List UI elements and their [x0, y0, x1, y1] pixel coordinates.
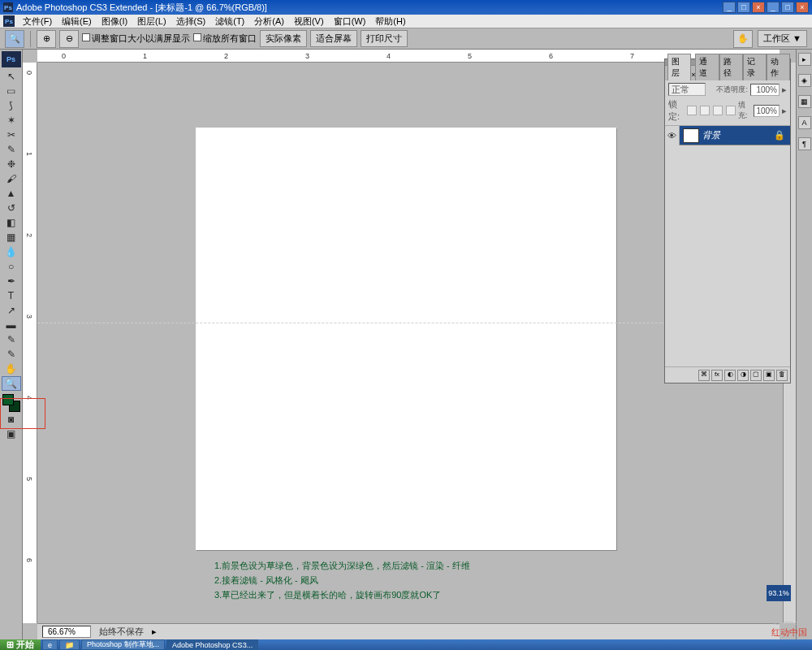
opacity-field[interactable]: 100% [750, 84, 780, 96]
zoom-in-icon[interactable]: ⊕ [37, 30, 56, 48]
hand-icon[interactable]: ✋ [733, 30, 753, 48]
fx-icon[interactable]: fx [711, 370, 723, 381]
brush-tool[interactable]: 🖌 [2, 171, 21, 186]
lock-pixels-icon[interactable] [700, 106, 710, 115]
print-size-button[interactable]: 打印尺寸 [361, 30, 408, 47]
opacity-arrow-icon[interactable]: ▸ [782, 84, 787, 95]
navigator-zoom[interactable]: 93.1% [767, 585, 791, 601]
doc-maximize-button[interactable]: □ [781, 2, 794, 13]
menu-window[interactable]: 窗口(W) [329, 15, 371, 28]
ps-icon: Ps [3, 15, 15, 27]
gradient-tool[interactable]: ▦ [2, 230, 21, 245]
taskbar-folder-icon[interactable]: 📁 [59, 639, 80, 650]
pen-tool[interactable]: ✒ [2, 274, 21, 288]
folder-icon[interactable]: ▢ [750, 370, 762, 381]
hand-tool[interactable]: ✋ [2, 362, 21, 376]
lock-position-icon[interactable] [713, 106, 723, 115]
visibility-icon[interactable]: 👁 [665, 126, 680, 145]
link-icon[interactable]: ⌘ [698, 370, 710, 381]
history-brush-tool[interactable]: ↺ [2, 201, 21, 215]
toolbox: Ps ↖ ▭ ⟆ ✶ ✂ ✎ ❉ 🖌 ▲ ↺ ◧ ▦ 💧 ○ ✒ T ↗ ▬ ✎… [0, 50, 23, 639]
move-tool[interactable]: ↖ [2, 69, 21, 84]
start-button[interactable]: ⊞开始 [0, 639, 41, 650]
doc-minimize-button[interactable]: _ [767, 2, 780, 13]
zoom-field[interactable]: 66.67% [42, 626, 91, 638]
lock-label: 锁定: [668, 98, 685, 123]
menu-layer[interactable]: 图层(L) [132, 15, 171, 28]
actual-pixels-button[interactable]: 实际像素 [260, 30, 307, 47]
taskbar-ie-icon[interactable]: e [42, 639, 58, 650]
maximize-button[interactable]: □ [737, 2, 750, 13]
menu-filter[interactable]: 滤镜(T) [210, 15, 249, 28]
lock-all-icon[interactable] [726, 106, 736, 115]
dock-navigator-icon[interactable]: ◈ [798, 74, 811, 87]
menu-view[interactable]: 视图(V) [289, 15, 329, 28]
menu-image[interactable]: 图像(I) [97, 15, 132, 28]
path-tool[interactable]: ↗ [2, 303, 21, 318]
blend-mode-select[interactable]: 正常 [668, 83, 706, 96]
zoom-out-icon[interactable]: ⊖ [59, 30, 79, 48]
new-layer-icon[interactable]: ▣ [763, 370, 775, 381]
fill-field[interactable]: 100% [754, 105, 780, 117]
opt-zoomall-check[interactable]: 缩放所有窗口 [193, 32, 257, 45]
slice-tool[interactable]: ✎ [2, 142, 21, 157]
dock-color-icon[interactable]: ▦ [798, 95, 811, 108]
healing-tool[interactable]: ❉ [2, 157, 21, 171]
shape-tool[interactable]: ▬ [2, 318, 21, 332]
opacity-label: 不透明度: [716, 84, 748, 95]
zoom-tool-icon[interactable]: 🔍 [5, 30, 24, 48]
marquee-tool[interactable]: ▭ [2, 84, 21, 98]
ruler-vertical[interactable]: 0 1 2 3 4 5 6 [23, 63, 37, 623]
taskbar-item-2[interactable]: Adobe Photoshop CS3... [166, 639, 258, 650]
menu-file[interactable]: 文件(F) [18, 15, 57, 28]
mask-icon[interactable]: ◐ [724, 370, 736, 381]
tab-layers[interactable]: 图层 [667, 54, 691, 80]
lock-transparency-icon[interactable] [687, 106, 697, 115]
tab-channels[interactable]: 通道 [695, 54, 719, 80]
eyedropper-tool[interactable]: ✎ [2, 347, 21, 362]
opt-resize-check[interactable]: 调整窗口大小以满屏显示 [82, 32, 190, 45]
zoom-tool[interactable]: 🔍 [2, 376, 21, 391]
doc-info-arrow[interactable]: ▸ [152, 626, 157, 637]
taskbar: ⊞开始 e 📁 Photoshop 制作草地... Adobe Photosho… [0, 639, 812, 650]
layer-item[interactable]: 👁 背景 🔒 [665, 126, 790, 145]
trash-icon[interactable]: 🗑 [776, 370, 788, 381]
taskbar-item-1[interactable]: Photoshop 制作草地... [81, 639, 165, 650]
canvas[interactable] [196, 128, 616, 550]
tab-history[interactable]: 记录 [743, 54, 767, 80]
notes-tool[interactable]: ✎ [2, 332, 21, 347]
type-tool[interactable]: T [2, 288, 21, 303]
menu-analysis[interactable]: 分析(A) [249, 15, 289, 28]
dodge-tool[interactable]: ○ [2, 259, 21, 274]
toolbox-header[interactable]: Ps [2, 51, 21, 67]
layers-footer: ⌘ fx ◐ ◑ ▢ ▣ 🗑 [665, 366, 790, 383]
doc-close-button[interactable]: × [796, 2, 809, 13]
wand-tool[interactable]: ✶ [2, 113, 21, 128]
layer-thumbnail[interactable] [683, 128, 699, 143]
fill-label: 填充: [738, 100, 751, 121]
panel-tabs: 图层 × 通道 路径 记录 动作 [665, 66, 790, 80]
doc-info: 始终不保存 [99, 626, 144, 638]
workspace-dropdown[interactable]: 工作区 ▼ [758, 30, 807, 47]
layers-panel: 图层 × 通道 路径 记录 动作 正常 不透明度: 100% ▸ 锁定: 填充:… [664, 58, 791, 384]
layer-name: 背景 [702, 129, 720, 141]
tab-actions[interactable]: 动作 [767, 54, 790, 80]
stamp-tool[interactable]: ▲ [2, 186, 21, 201]
fit-screen-button[interactable]: 适合屏幕 [310, 30, 357, 47]
dock-char-icon[interactable]: A [798, 116, 811, 129]
crop-tool[interactable]: ✂ [2, 128, 21, 142]
adjustment-icon[interactable]: ◑ [737, 370, 749, 381]
eraser-tool[interactable]: ◧ [2, 215, 21, 230]
fill-arrow-icon[interactable]: ▸ [782, 106, 787, 116]
menu-help[interactable]: 帮助(H) [370, 15, 410, 28]
menu-select[interactable]: 选择(S) [171, 15, 211, 28]
lasso-tool[interactable]: ⟆ [2, 98, 21, 113]
minimize-button[interactable]: _ [723, 2, 736, 13]
dock-paragraph-icon[interactable]: ¶ [798, 137, 811, 150]
tab-paths[interactable]: 路径 [719, 54, 743, 80]
close-button[interactable]: × [752, 2, 765, 13]
blur-tool[interactable]: 💧 [2, 245, 21, 259]
menu-edit[interactable]: 编辑(E) [57, 15, 97, 28]
dock-expand-icon[interactable]: ▸ [798, 53, 811, 66]
tutorial-highlight [0, 398, 45, 429]
